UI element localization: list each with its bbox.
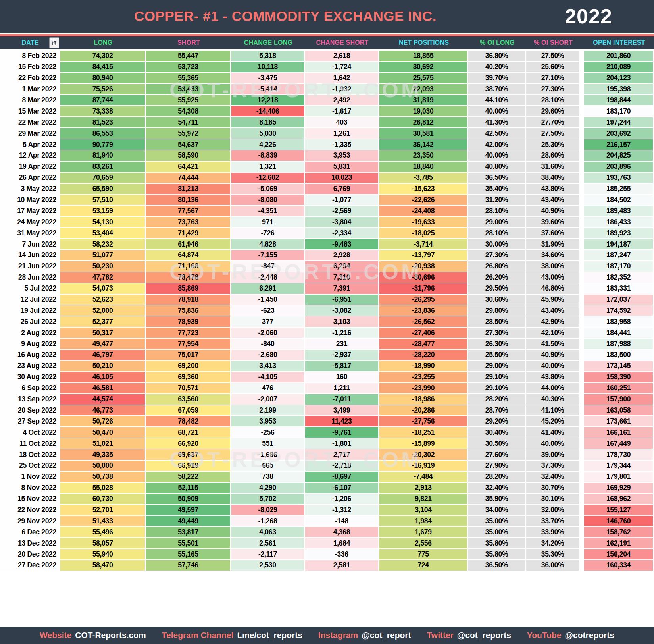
cell-open_interest: 146,760 <box>584 516 654 527</box>
cell-pct_oi_short: 36.00% <box>526 560 580 571</box>
cell-net_positions: -23,255 <box>379 372 468 383</box>
cell-pct_oi_short: 40.00% <box>526 438 580 449</box>
column-gap <box>580 162 584 173</box>
cell-pct_oi_short: 28.10% <box>526 95 580 106</box>
cell-net_positions: 724 <box>379 560 468 571</box>
cell-pct_oi_long: 36.80% <box>468 51 526 62</box>
cell-open_interest: 204,123 <box>584 73 654 84</box>
cell-date: 22 Mar 2022 <box>0 117 60 128</box>
cell-date: 5 Apr 2022 <box>0 139 60 150</box>
cell-date: 8 Feb 2022 <box>0 51 60 62</box>
column-header-short: SHORT <box>146 36 231 49</box>
cell-short: 67,059 <box>146 405 231 416</box>
cell-pct_oi_long: 30.00% <box>468 239 526 250</box>
cell-change_long: -623 <box>231 305 305 316</box>
cell-pct_oi_long: 29.10% <box>468 383 526 394</box>
column-gap <box>580 549 584 560</box>
cell-pct_oi_long: 26.30% <box>468 339 526 350</box>
cell-open_interest: 167,449 <box>584 438 654 449</box>
cell-pct_oi_short: 43.40% <box>526 305 580 316</box>
column-gap <box>580 283 584 295</box>
cell-net_positions: 2,556 <box>379 538 468 549</box>
cell-pct_oi_short: 42.10% <box>526 328 580 339</box>
cell-net_positions: -20,938 <box>379 261 468 272</box>
cell-change_short: 6,769 <box>305 184 379 195</box>
cell-short: 53,433 <box>146 84 231 95</box>
cell-date: 24 May 2022 <box>0 217 60 228</box>
cell-short: 63,560 <box>146 394 231 405</box>
column-gap <box>580 394 584 405</box>
cell-date: 31 May 2022 <box>0 228 60 239</box>
cell-open_interest: 155,127 <box>584 505 654 516</box>
cell-short: 71,168 <box>146 261 231 272</box>
cell-date: 1 Mar 2022 <box>0 84 60 95</box>
cell-net_positions: -3,714 <box>379 239 468 250</box>
cell-long: 50,738 <box>60 472 146 483</box>
column-gap <box>580 472 584 483</box>
cell-date: 4 Oct 2022 <box>0 427 60 438</box>
cell-date: 15 Mar 2022 <box>0 106 60 117</box>
cell-pct_oi_long: 42.50% <box>468 128 526 139</box>
cell-change_long: 12,218 <box>231 95 305 106</box>
cell-date: 19 Apr 2022 <box>0 162 60 173</box>
footer-instagram-link[interactable]: @cot_report <box>362 631 411 640</box>
cell-open_interest: 172,037 <box>584 295 654 306</box>
column-gap <box>580 516 584 527</box>
column-header-long: LONG <box>60 36 146 49</box>
cell-pct_oi_long: 39.70% <box>468 73 526 84</box>
cell-change_short: 2,717 <box>305 449 379 461</box>
cell-pct_oi_long: 40.80% <box>468 162 526 173</box>
cell-open_interest: 189,923 <box>584 228 654 239</box>
cell-short: 77,567 <box>146 206 231 217</box>
cell-long: 58,232 <box>60 239 146 250</box>
footer-twitter-link[interactable]: @cot_reports <box>457 631 511 640</box>
cell-pct_oi_short: 29.60% <box>526 106 580 117</box>
cell-date: 11 Oct 2022 <box>0 438 60 449</box>
cell-date: 5 Jul 2022 <box>0 283 60 295</box>
cell-date: 23 Aug 2022 <box>0 361 60 372</box>
cell-short: 53,723 <box>146 62 231 73</box>
cell-open_interest: 210,089 <box>584 62 654 73</box>
cell-open_interest: 183,500 <box>584 350 654 361</box>
cell-change_short: 3,103 <box>305 316 379 328</box>
cell-net_positions: -28,477 <box>379 339 468 350</box>
cell-open_interest: 158,762 <box>584 527 654 538</box>
cell-net_positions: -20,302 <box>379 449 468 461</box>
column-gap <box>580 339 584 350</box>
cell-date: 6 Dec 2022 <box>0 527 60 538</box>
cell-net_positions: 22,093 <box>379 84 468 95</box>
cell-long: 50,230 <box>60 261 146 272</box>
cell-short: 55,972 <box>146 128 231 139</box>
column-gap <box>580 139 584 150</box>
column-gap <box>580 184 584 195</box>
cell-net_positions: -18,986 <box>379 394 468 405</box>
column-gap <box>580 150 584 162</box>
cell-short: 73,763 <box>146 217 231 228</box>
cell-change_short: -6,951 <box>305 295 379 306</box>
column-gap <box>580 305 584 316</box>
cell-pct_oi_short: 30.70% <box>526 483 580 494</box>
column-gap <box>580 228 584 239</box>
cell-long: 53,404 <box>60 228 146 239</box>
filter-icon[interactable] <box>49 37 59 48</box>
column-gap <box>580 328 584 339</box>
cell-pct_oi_long: 29.80% <box>468 305 526 316</box>
footer-bar: Website COT-Reports.com Telegram Channel… <box>0 627 654 644</box>
cell-long: 46,797 <box>60 350 146 361</box>
cell-pct_oi_long: 42.00% <box>468 139 526 150</box>
cell-date: 17 May 2022 <box>0 206 60 217</box>
cell-change_long: 8,185 <box>231 117 305 128</box>
cell-net_positions: 3,104 <box>379 505 468 516</box>
cell-open_interest: 183,331 <box>584 283 654 295</box>
footer-telegram-link[interactable]: t.me/cot_reports <box>237 631 302 640</box>
cell-pct_oi_short: 43.00% <box>526 272 580 283</box>
cell-short: 55,365 <box>146 73 231 84</box>
footer-youtube-link[interactable]: @cotreports <box>565 631 614 640</box>
column-gap <box>580 527 584 538</box>
footer-website-link[interactable]: COT-Reports.com <box>75 631 146 640</box>
cell-change_long: 551 <box>231 438 305 449</box>
cell-date: 28 Jun 2022 <box>0 272 60 283</box>
cell-pct_oi_short: 27.30% <box>526 84 580 95</box>
cell-net_positions: -3,785 <box>379 173 468 184</box>
cell-change_short: 1,642 <box>305 73 379 84</box>
